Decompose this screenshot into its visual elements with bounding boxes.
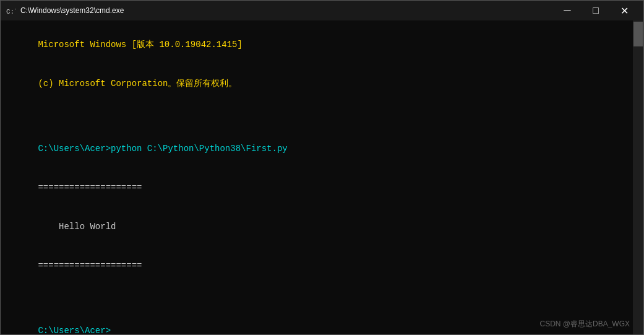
- separator-bottom: ====================: [38, 261, 142, 271]
- watermark: CSDN @睿思达DBA_WGX: [539, 319, 630, 329]
- prompt-line: C:\Users\Acer>: [38, 326, 111, 334]
- svg-text:C:\: C:\: [6, 8, 15, 15]
- version-line1: Microsoft Windows [版本 10.0.19042.1415]: [38, 40, 242, 50]
- console-output[interactable]: Microsoft Windows [版本 10.0.19042.1415] (…: [1, 20, 643, 334]
- window-controls: ─ □ ✕: [553, 1, 638, 20]
- close-button[interactable]: ✕: [610, 1, 638, 20]
- cmd-window: C:\ C:\Windows\system32\cmd.exe ─ □ ✕ Mi…: [0, 0, 644, 335]
- maximize-button[interactable]: □: [582, 1, 610, 20]
- titlebar: C:\ C:\Windows\system32\cmd.exe ─ □ ✕: [1, 1, 643, 20]
- window-title: C:\Windows\system32\cmd.exe: [20, 6, 553, 15]
- cmd-icon: C:\: [6, 6, 15, 15]
- console-content: Microsoft Windows [版本 10.0.19042.1415] (…: [7, 25, 637, 334]
- command-line: C:\Users\Acer>python C:\Python\Python38\…: [38, 144, 287, 154]
- hello-world-output: Hello World: [38, 222, 116, 232]
- scrollbar-thumb[interactable]: [633, 22, 643, 46]
- minimize-button[interactable]: ─: [553, 1, 582, 20]
- copyright-line: (c) Microsoft Corporation。保留所有权利。: [38, 79, 237, 89]
- separator-top: ====================: [38, 183, 142, 193]
- scrollbar[interactable]: [633, 20, 643, 334]
